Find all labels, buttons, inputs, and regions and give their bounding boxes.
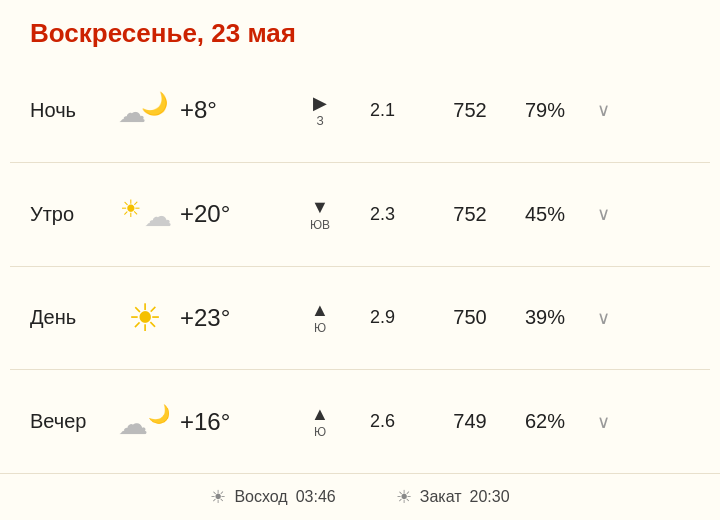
humidity-day: 39% bbox=[510, 306, 580, 329]
sun-icon: ☀ bbox=[128, 296, 162, 340]
sunset-time: 20:30 bbox=[470, 488, 510, 506]
weather-icon-night: 🌙☁ bbox=[110, 91, 180, 129]
wind-block-night: ▶З bbox=[270, 92, 370, 128]
wind-block-evening: ▲Ю bbox=[270, 404, 370, 439]
wind-arrow-morning: ▼ bbox=[311, 197, 329, 218]
pressure-morning: 752 bbox=[430, 203, 510, 226]
period-day: День bbox=[30, 306, 110, 329]
cloud-icon: ☁ bbox=[118, 96, 146, 129]
expand-chevron-day[interactable]: ∨ bbox=[580, 307, 610, 329]
wind-speed-day: 2.9 bbox=[370, 307, 430, 328]
wind-arrow-night: ▶ bbox=[313, 92, 327, 114]
expand-chevron-evening[interactable]: ∨ bbox=[580, 411, 610, 433]
weather-rows: Ночь🌙☁+8°▶З2.175279%∨Утро☀☁+20°▼ЮВ2.3752… bbox=[0, 59, 720, 473]
header: Воскресенье, 23 мая bbox=[0, 0, 720, 59]
weather-row-evening[interactable]: Вечер🌙☁+16°▲Ю2.674962%∨ bbox=[10, 370, 710, 473]
wind-block-morning: ▼ЮВ bbox=[270, 197, 370, 232]
expand-chevron-night[interactable]: ∨ bbox=[580, 99, 610, 121]
temperature-night: +8° bbox=[180, 96, 270, 124]
period-morning: Утро bbox=[30, 203, 110, 226]
weather-row-night[interactable]: Ночь🌙☁+8°▶З2.175279%∨ bbox=[10, 59, 710, 163]
weather-row-morning[interactable]: Утро☀☁+20°▼ЮВ2.375245%∨ bbox=[10, 163, 710, 267]
weather-icon-morning: ☀☁ bbox=[110, 195, 180, 233]
wind-dir-label-morning: ЮВ bbox=[310, 218, 330, 232]
wind-dir-label-night: З bbox=[316, 114, 323, 128]
sunrise-info: ☀ Восход 03:46 bbox=[210, 486, 335, 508]
humidity-morning: 45% bbox=[510, 203, 580, 226]
pressure-day: 750 bbox=[430, 306, 510, 329]
weather-icon-evening: 🌙☁ bbox=[110, 403, 180, 441]
sunrise-icon: ☀ bbox=[210, 486, 226, 508]
wind-speed-evening: 2.6 bbox=[370, 411, 430, 432]
period-evening: Вечер bbox=[30, 410, 110, 433]
sun-icon: ☀ bbox=[120, 195, 142, 223]
humidity-night: 79% bbox=[510, 99, 580, 122]
temperature-morning: +20° bbox=[180, 200, 270, 228]
cloud-icon: ☁ bbox=[118, 406, 148, 441]
sunrise-time: 03:46 bbox=[296, 488, 336, 506]
humidity-evening: 62% bbox=[510, 410, 580, 433]
page-title: Воскресенье, 23 мая bbox=[30, 18, 690, 49]
temperature-day: +23° bbox=[180, 304, 270, 332]
sunset-icon: ☀ bbox=[396, 486, 412, 508]
moon-icon: 🌙 bbox=[148, 403, 170, 425]
wind-arrow-evening: ▲ bbox=[311, 404, 329, 425]
wind-block-day: ▲Ю bbox=[270, 300, 370, 335]
pressure-night: 752 bbox=[430, 99, 510, 122]
weather-container: Воскресенье, 23 мая Ночь🌙☁+8°▶З2.175279%… bbox=[0, 0, 720, 520]
weather-row-day[interactable]: День☀+23°▲Ю2.975039%∨ bbox=[10, 267, 710, 371]
sunset-info: ☀ Закат 20:30 bbox=[396, 486, 510, 508]
sunrise-label: Восход bbox=[234, 488, 287, 506]
wind-speed-morning: 2.3 bbox=[370, 204, 430, 225]
footer: ☀ Восход 03:46 ☀ Закат 20:30 bbox=[0, 473, 720, 520]
wind-speed-night: 2.1 bbox=[370, 100, 430, 121]
wind-dir-label-evening: Ю bbox=[314, 425, 326, 439]
cloud-icon: ☁ bbox=[144, 200, 172, 233]
period-night: Ночь bbox=[30, 99, 110, 122]
weather-icon-day: ☀ bbox=[110, 296, 180, 340]
pressure-evening: 749 bbox=[430, 410, 510, 433]
wind-arrow-day: ▲ bbox=[311, 300, 329, 321]
expand-chevron-morning[interactable]: ∨ bbox=[580, 203, 610, 225]
wind-dir-label-day: Ю bbox=[314, 321, 326, 335]
sunset-label: Закат bbox=[420, 488, 462, 506]
temperature-evening: +16° bbox=[180, 408, 270, 436]
